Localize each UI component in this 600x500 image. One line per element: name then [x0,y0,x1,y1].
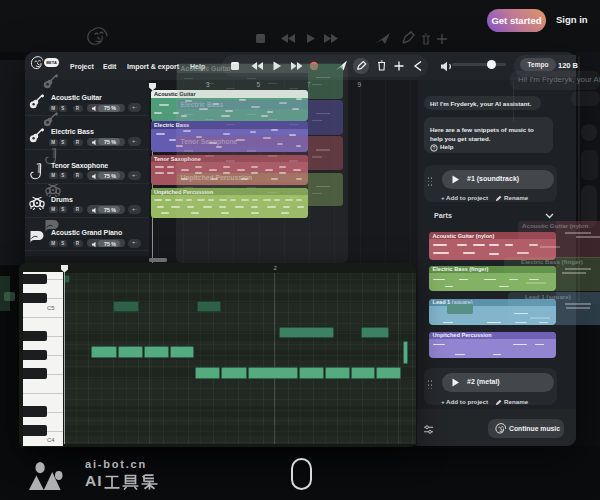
svg-text:?: ? [433,145,436,151]
